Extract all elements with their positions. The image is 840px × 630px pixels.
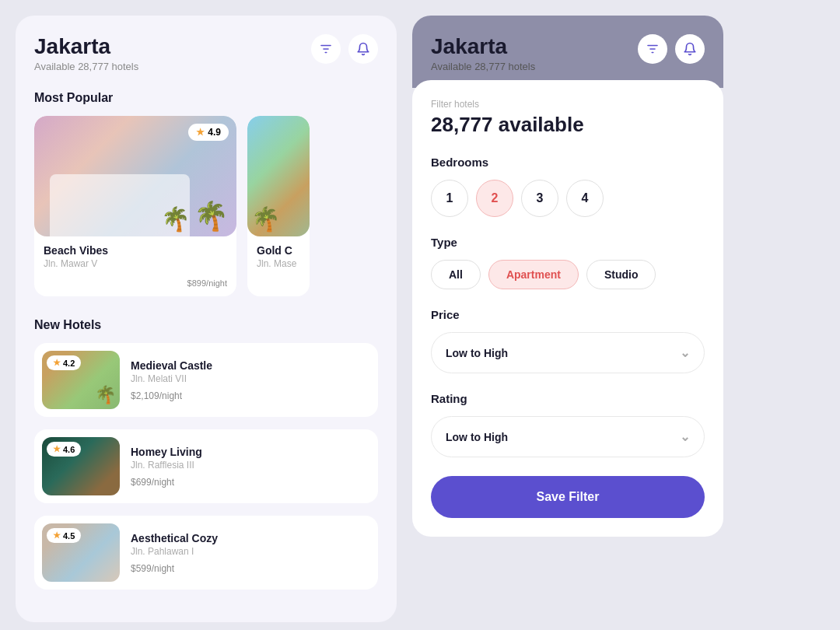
gold-card-name: Gold C [257, 244, 300, 257]
bedroom-btn-2[interactable]: 2 [476, 180, 513, 217]
right-filter-icon-button[interactable] [638, 34, 667, 64]
rating-dropdown-value: Low to High [446, 431, 508, 443]
bell-icon-button[interactable] [348, 34, 378, 64]
homey-price-amount: $699 [131, 477, 152, 488]
hotel-item-homey[interactable]: ★ 4.6 Homey Living Jln. Rafflesia III $6… [34, 429, 378, 503]
medieval-rating: 4.2 [63, 359, 75, 368]
aesthetical-addr: Jln. Pahlawan I [131, 546, 370, 557]
bedroom-btn-3[interactable]: 3 [521, 180, 558, 217]
palm-tree-icon-2: 🌴 [161, 205, 190, 233]
right-bell-icon-button[interactable] [675, 34, 705, 64]
homey-rating-badge: ★ 4.6 [47, 442, 81, 457]
aesthetical-rating: 4.5 [63, 531, 75, 541]
palm-icon-gold: 🌴 [251, 205, 280, 233]
left-title-group: Jakarta Available 28,777 hotels [34, 34, 138, 72]
right-title-group: Jakarta Available 28,777 hotels [431, 34, 535, 72]
left-header-icons [311, 34, 378, 64]
star-icon: ★ [53, 358, 61, 368]
palm-tree-icon: 🌴 [194, 200, 229, 233]
gold-card-body: Gold C Jln. Mase [247, 236, 310, 277]
beach-card-price: $899/night [187, 277, 227, 289]
filter-card: Filter hotels 28,777 available Bedrooms … [412, 80, 723, 537]
filter-icon-button[interactable] [311, 34, 341, 64]
type-options: All Apartment Studio [431, 260, 705, 289]
left-hotel-count: Available 28,777 hotels [34, 61, 138, 72]
price-dropdown[interactable]: Low to High ⌄ [431, 332, 705, 373]
screen: Jakarta Available 28,777 hotels [16, 16, 824, 622]
aesthetical-rating-badge: ★ 4.5 [47, 528, 81, 543]
chevron-down-icon: ⌄ [680, 345, 690, 360]
beach-card-image: 🌴 🌴 ★ 4.9 [34, 116, 236, 236]
medieval-rating-badge: ★ 4.2 [47, 355, 81, 370]
castle-palm-icon: 🌴 [95, 385, 116, 405]
aesthetical-name: Aesthetical Cozy [131, 532, 370, 544]
gold-card-address: Jln. Mase [257, 258, 300, 269]
right-header-icons [638, 34, 705, 64]
save-filter-button[interactable]: Save Filter [431, 476, 705, 518]
homey-thumb: ★ 4.6 [42, 437, 120, 495]
new-hotels-label: New Hotels [34, 318, 378, 332]
aesthetical-info: Aesthetical Cozy Jln. Pahlawan I $599/ni… [131, 532, 370, 574]
price-section-title: Price [431, 308, 705, 321]
popular-scroll: 🌴 🌴 ★ 4.9 Beach Vibes Jln. Mawar V $899/… [34, 116, 378, 296]
left-panel: Jakarta Available 28,777 hotels [16, 16, 397, 622]
beach-rating-value: 4.9 [208, 127, 221, 138]
popular-card-gold[interactable]: 🌴 Gold C Jln. Mase [247, 116, 310, 296]
medieval-price: $2,109/night [131, 389, 370, 401]
aesthetical-price-amount: $599 [131, 563, 152, 574]
homey-price-unit: /night [152, 477, 174, 488]
beach-card-address: Jln. Mawar V [44, 258, 227, 269]
right-header: Jakarta Available 28,777 hotels [412, 16, 723, 88]
star-icon: ★ [53, 444, 61, 454]
price-dropdown-value: Low to High [446, 347, 508, 359]
medieval-thumb: ★ 4.2 🌴 [42, 351, 120, 409]
homey-rating: 4.6 [63, 445, 75, 454]
right-city-title: Jakarta [431, 34, 535, 59]
beach-rating-badge: ★ 4.9 [188, 124, 229, 141]
type-btn-apartment[interactable]: Apartment [488, 260, 579, 289]
beach-price-amount: $899 [187, 278, 206, 288]
aesthetical-price: $599/night [131, 562, 370, 574]
hotel-list: ★ 4.2 🌴 Medieval Castle Jln. Melati VII … [34, 343, 378, 590]
homey-addr: Jln. Rafflesia III [131, 460, 370, 471]
star-icon: ★ [53, 530, 61, 541]
beach-card-name: Beach Vibes [44, 244, 227, 257]
rating-dropdown[interactable]: Low to High ⌄ [431, 416, 705, 457]
rating-section-title: Rating [431, 392, 705, 405]
medieval-info: Medieval Castle Jln. Melati VII $2,109/n… [131, 359, 370, 401]
type-btn-all[interactable]: All [431, 260, 481, 289]
popular-card-beach[interactable]: 🌴 🌴 ★ 4.9 Beach Vibes Jln. Mawar V $899/… [34, 116, 236, 296]
medieval-addr: Jln. Melati VII [131, 373, 370, 384]
homey-price: $699/night [131, 475, 370, 488]
medieval-name: Medieval Castle [131, 359, 370, 372]
aesthetical-price-unit: /night [152, 563, 174, 574]
hotel-item-aesthetical[interactable]: ★ 4.5 Aesthetical Cozy Jln. Pahlawan I $… [34, 516, 378, 590]
medieval-price-unit: /night [159, 390, 182, 401]
homey-info: Homey Living Jln. Rafflesia III $699/nig… [131, 446, 370, 488]
beach-price-unit: /night [206, 278, 227, 288]
filter-hotels-label: Filter hotels [431, 99, 705, 110]
type-section-title: Type [431, 236, 705, 249]
beach-card-footer: $899/night [34, 277, 236, 296]
left-header: Jakarta Available 28,777 hotels [34, 34, 378, 72]
bedroom-btn-1[interactable]: 1 [431, 180, 468, 217]
homey-name: Homey Living [131, 446, 370, 458]
medieval-price-amount: $2,109 [131, 390, 159, 401]
aesthetical-thumb: ★ 4.5 [42, 523, 120, 582]
left-city-title: Jakarta [34, 34, 138, 59]
bedroom-btn-4[interactable]: 4 [566, 180, 604, 217]
bedrooms-section-title: Bedrooms [431, 156, 705, 169]
most-popular-label: Most Popular [34, 91, 378, 105]
star-icon: ★ [196, 127, 205, 138]
right-hotel-count: Available 28,777 hotels [431, 61, 535, 72]
beach-card-body: Beach Vibes Jln. Mawar V [34, 236, 236, 277]
chevron-down-icon-2: ⌄ [680, 429, 690, 444]
available-count: 28,777 available [431, 113, 705, 137]
right-panel: Jakarta Available 28,777 hotels [412, 16, 723, 622]
hotel-item-medieval[interactable]: ★ 4.2 🌴 Medieval Castle Jln. Melati VII … [34, 343, 378, 417]
bedroom-options: 1 2 3 4 [431, 180, 705, 217]
type-btn-studio[interactable]: Studio [586, 260, 656, 289]
gold-card-image: 🌴 [247, 116, 310, 236]
